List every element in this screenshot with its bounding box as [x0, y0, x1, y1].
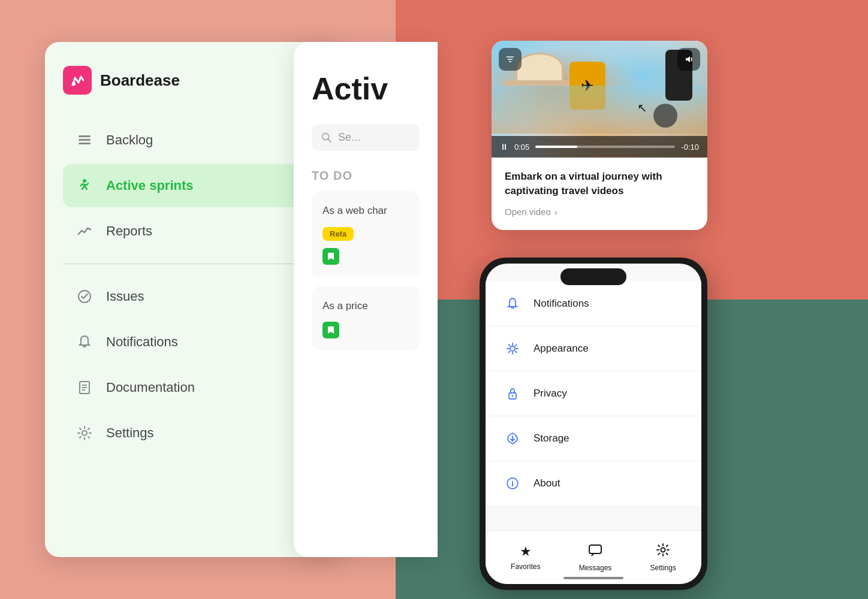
sound-button[interactable]	[677, 48, 700, 71]
phone-mockup: Notifications Appear	[480, 258, 707, 590]
tab-favorites[interactable]: ★ Favorites	[511, 544, 540, 571]
svg-point-4	[83, 179, 86, 183]
pause-icon[interactable]: ⏸	[500, 142, 508, 152]
svg-point-30	[512, 481, 513, 482]
sidebar-item-active-sprints[interactable]: Active sprints	[63, 164, 327, 207]
svg-point-10	[82, 431, 87, 435]
favorites-tab-label: Favorites	[511, 562, 540, 571]
reports-icon	[75, 222, 94, 241]
progress-fill	[535, 146, 577, 148]
open-video-link[interactable]: Open video ›	[505, 207, 694, 217]
progress-bar[interactable]	[535, 146, 675, 148]
menu-item-privacy[interactable]: Privacy	[486, 371, 701, 416]
backlog-icon	[75, 131, 94, 150]
issues-icon	[75, 287, 94, 306]
favorites-tab-icon: ★	[520, 544, 532, 559]
active-sprints-icon	[75, 176, 94, 195]
todo-card-1: As a web char Refa	[312, 191, 420, 277]
time-current: 0:05	[514, 143, 529, 152]
sidebar-item-issues[interactable]: Issues	[63, 275, 327, 318]
todo-text-2: As a price	[323, 298, 409, 314]
video-title: Embark on a virtual journey with captiva…	[505, 170, 694, 198]
bookmark-icon-1	[323, 248, 339, 265]
todo-card-2: As a price	[312, 286, 420, 351]
todo-header: TO DO	[312, 169, 420, 183]
nav-divider	[63, 264, 327, 264]
phone-notch	[560, 268, 626, 285]
privacy-menu-icon	[502, 383, 523, 404]
settings-tab-icon	[656, 543, 670, 561]
svg-point-32	[661, 548, 665, 552]
video-thumbnail: ✈ ↖ ⏸ 0:05 -0:10	[492, 41, 707, 158]
search-text: Se...	[338, 131, 360, 144]
svg-line-21	[509, 345, 510, 346]
main-content-card: Activ Se... TO DO As a web char Refa As …	[294, 42, 438, 557]
svg-line-23	[509, 351, 510, 352]
notifications-label: Notifications	[106, 334, 178, 350]
settings-icon	[75, 423, 94, 443]
video-content: Embark on a virtual journey with captiva…	[492, 158, 707, 230]
svg-rect-31	[589, 545, 601, 553]
menu-item-storage[interactable]: Storage	[486, 416, 701, 461]
logo-icon	[63, 66, 92, 95]
sidebar-item-reports[interactable]: Reports	[63, 210, 327, 253]
reports-label: Reports	[106, 223, 152, 239]
active-sprints-label: Active sprints	[106, 178, 194, 193]
cursor-icon: ↖	[637, 101, 647, 115]
phone-tab-bar: ★ Favorites Messages	[486, 530, 701, 584]
appearance-menu-icon	[502, 338, 523, 359]
messages-tab-label: Messages	[579, 564, 612, 572]
tag-refactor: Refa	[323, 227, 354, 241]
issues-label: Issues	[106, 289, 144, 304]
documentation-label: Documentation	[106, 380, 195, 395]
search-bar[interactable]: Se...	[312, 124, 420, 151]
video-controls: ⏸ 0:05 -0:10	[492, 136, 707, 158]
app-logo: Boardease	[63, 66, 327, 95]
video-card: ✈ ↖ ⏸ 0:05 -0:10	[492, 41, 707, 230]
notifications-icon	[75, 332, 94, 352]
home-indicator	[563, 577, 623, 579]
hat-decoration	[516, 53, 563, 83]
sidebar-item-settings[interactable]: Settings	[63, 412, 327, 455]
backlog-label: Backlog	[106, 132, 153, 148]
svg-rect-2	[79, 139, 91, 141]
settings-tab-label: Settings	[650, 564, 676, 572]
filter-button[interactable]	[499, 48, 522, 71]
svg-line-22	[515, 351, 516, 352]
storage-menu-label: Storage	[534, 432, 569, 444]
svg-rect-3	[79, 143, 91, 144]
about-menu-label: About	[534, 477, 560, 489]
svg-point-0	[72, 82, 76, 86]
svg-line-24	[515, 345, 516, 346]
menu-item-notifications[interactable]: Notifications	[486, 282, 701, 326]
tab-settings[interactable]: Settings	[650, 543, 676, 572]
page-title: Activ	[312, 72, 420, 106]
sidebar-item-backlog[interactable]: Backlog	[63, 119, 327, 162]
privacy-menu-label: Privacy	[534, 388, 567, 400]
search-icon	[321, 132, 332, 143]
storage-menu-icon	[502, 428, 523, 449]
messages-tab-icon	[588, 543, 602, 561]
chevron-right-icon: ›	[554, 207, 557, 217]
menu-item-appearance[interactable]: Appearance	[486, 326, 701, 371]
svg-line-12	[328, 139, 331, 142]
sidebar-item-documentation[interactable]: Documentation	[63, 366, 327, 409]
bookmark-icon-2	[323, 322, 339, 338]
documentation-icon	[75, 378, 94, 397]
appearance-menu-label: Appearance	[534, 343, 589, 355]
phone-menu-list: Notifications Appear	[486, 264, 701, 506]
todo-text-1: As a web char	[323, 203, 409, 219]
svg-point-16	[510, 346, 515, 351]
menu-item-about[interactable]: About	[486, 461, 701, 506]
time-remaining: -0:10	[681, 143, 699, 152]
notifications-menu-icon	[502, 294, 523, 314]
svg-rect-1	[79, 135, 91, 137]
open-video-label: Open video	[505, 207, 551, 217]
about-menu-icon	[502, 473, 523, 494]
app-name: Boardease	[100, 71, 180, 90]
settings-label: Settings	[106, 425, 154, 441]
tab-messages[interactable]: Messages	[579, 543, 612, 572]
sidebar-item-notifications[interactable]: Notifications	[63, 320, 327, 364]
phone-screen: Notifications Appear	[486, 264, 701, 584]
item-decoration	[653, 104, 677, 128]
